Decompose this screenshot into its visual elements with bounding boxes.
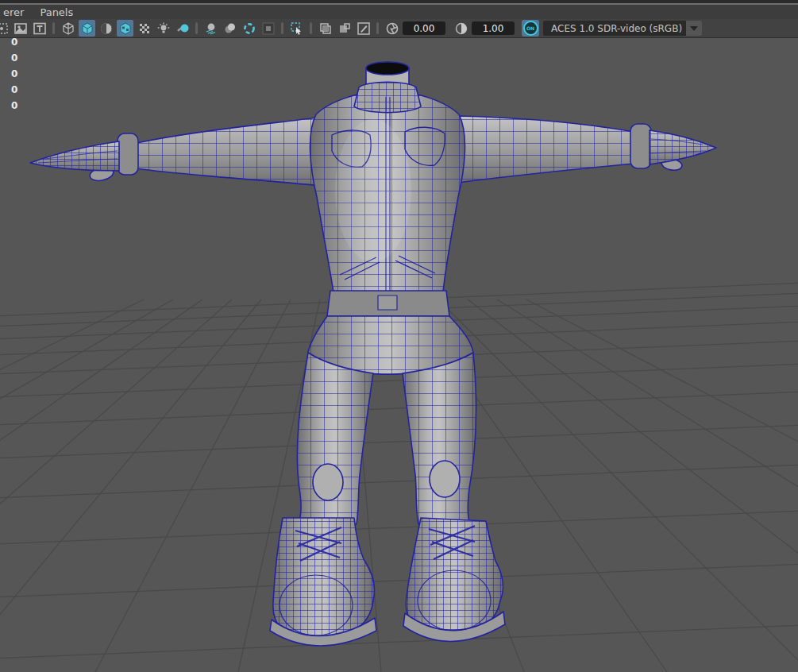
right-boot — [403, 518, 505, 642]
motion-blur-icon[interactable] — [241, 20, 257, 37]
maya-viewport-panel: { "menu": { "items": [ { "label": "erer"… — [0, 0, 798, 672]
textured-icon[interactable] — [117, 20, 133, 37]
toolbar-separator — [195, 22, 198, 34]
exposure-field[interactable]: 0.00 — [403, 21, 445, 35]
menu-panels[interactable]: Panels — [38, 6, 75, 18]
toolbar-separator — [52, 22, 55, 34]
grease-pencil-icon[interactable] — [355, 20, 372, 37]
gamma-icon[interactable] — [453, 20, 469, 37]
hud-value: 0 — [11, 68, 17, 79]
left-boot — [270, 518, 376, 646]
left-cuff — [118, 133, 138, 175]
field-chart-icon[interactable] — [31, 20, 48, 37]
right-knee-pad — [430, 461, 460, 497]
use-default-material-icon[interactable] — [136, 20, 152, 37]
ssao-icon[interactable] — [222, 20, 238, 37]
anti-aliasing-icon[interactable] — [260, 20, 276, 37]
viewport-canvas[interactable] — [0, 38, 798, 672]
toolbar-separator — [310, 22, 312, 34]
smooth-shade-icon[interactable] — [79, 20, 95, 37]
xray-joints-icon[interactable] — [336, 20, 353, 37]
panel-toolbar: 0.00 1.00 ON ACES 1.0 SDR-video (sRGB) — [0, 19, 798, 38]
belt-buckle — [378, 295, 397, 310]
hud-value: 0 — [11, 100, 17, 111]
view-transform-dropdown[interactable]: ACES 1.0 SDR-video (sRGB) — [543, 21, 702, 36]
left-knee-pad — [313, 464, 343, 500]
lights-icon[interactable] — [155, 20, 172, 37]
toolbar-separator — [376, 22, 379, 34]
view-transform-value: ACES 1.0 SDR-video (sRGB) — [543, 23, 686, 34]
view-transform-toggle[interactable]: ON — [522, 20, 539, 37]
exposure-icon[interactable] — [384, 20, 400, 37]
panel-menubar: erer Panels — [0, 5, 798, 19]
left-glove — [30, 141, 119, 183]
shadows-icon[interactable] — [202, 20, 219, 37]
on-toggle-label: ON — [523, 21, 538, 36]
wireframe-on-shaded-icon[interactable] — [98, 20, 114, 37]
hud-value: 0 — [11, 37, 17, 48]
character-model[interactable] — [30, 62, 716, 646]
isolate-select-icon[interactable] — [288, 20, 305, 37]
perspective-viewport[interactable]: persp — [0, 38, 798, 672]
hud-value: 0 — [11, 84, 17, 95]
hud-value: 0 — [11, 52, 17, 64]
image-plane-icon[interactable] — [12, 20, 29, 37]
film-gate-icon[interactable] — [0, 20, 10, 37]
right-cuff — [630, 124, 651, 168]
two-sided-lighting-icon[interactable] — [174, 20, 191, 37]
chevron-down-icon — [690, 26, 698, 31]
toolbar-separator — [281, 22, 283, 34]
menu-renderer[interactable]: erer — [2, 6, 25, 18]
wireframe-icon[interactable] — [60, 20, 76, 37]
neck-opening — [366, 62, 409, 75]
right-glove — [650, 130, 716, 172]
gamma-field[interactable]: 1.00 — [472, 21, 515, 35]
xray-icon[interactable] — [317, 20, 333, 37]
dropdown-arrow-button[interactable] — [686, 21, 702, 36]
